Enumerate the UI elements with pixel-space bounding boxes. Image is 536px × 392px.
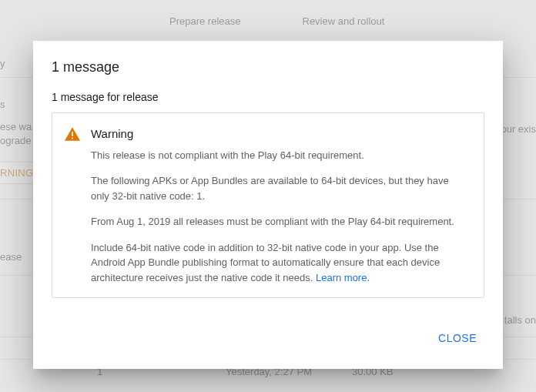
close-button[interactable]: CLOSE — [430, 326, 484, 350]
messages-dialog: 1 message 1 message for release Warning … — [33, 41, 503, 369]
svg-rect-1 — [72, 138, 73, 139]
warning-text-inline: Include 64-bit native code in addition t… — [91, 242, 440, 283]
warning-text: The following APKs or App Bundles are av… — [91, 173, 470, 203]
warning-body: Warning This release is not compliant wi… — [91, 126, 470, 285]
warning-text: This release is not compliant with the P… — [91, 148, 470, 163]
dialog-title: 1 message — [52, 59, 484, 75]
dialog-subtitle: 1 message for release — [52, 91, 484, 103]
warning-heading: Warning — [91, 126, 470, 143]
warning-card: Warning This release is not compliant wi… — [52, 112, 484, 298]
svg-rect-0 — [72, 132, 73, 136]
warning-text: From Aug 1, 2019 all releases must be co… — [91, 214, 470, 230]
period: . — [367, 272, 370, 283]
dialog-actions: CLOSE — [52, 326, 484, 350]
learn-more-link[interactable]: Learn more — [316, 272, 367, 283]
warning-text: Include 64-bit native code in addition t… — [91, 240, 470, 286]
warning-icon — [65, 127, 80, 143]
